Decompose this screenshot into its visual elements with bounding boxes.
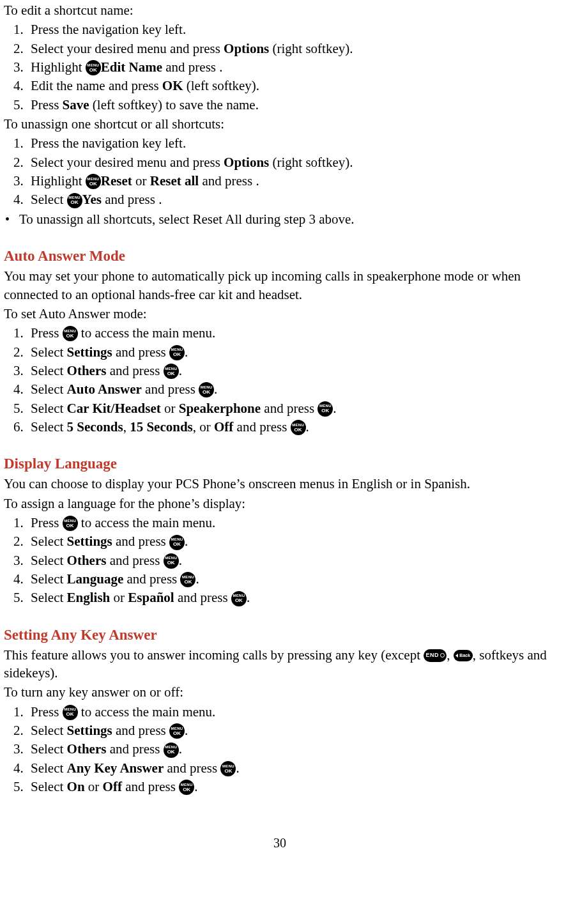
- menu-ok-key-icon: MENUOK: [317, 401, 333, 417]
- menu-ok-key-icon: MENUOK: [164, 364, 179, 379]
- menu-ok-key-icon: MENUOK: [164, 553, 179, 569]
- edit-shortcut-intro: To edit a shortcut name:: [4, 1, 556, 19]
- menu-ok-key-icon: MENUOK: [199, 382, 214, 397]
- menu-ok-key-icon: MENUOK: [231, 591, 247, 606]
- anykey-desc-b: ,: [447, 647, 454, 663]
- menu-ok-key-icon: MENUOK: [169, 535, 185, 550]
- unassign-steps: Press the navigation key left.Select you…: [4, 134, 556, 208]
- menu-ok-key-icon: MENUOK: [63, 326, 78, 341]
- step-item: Press the navigation key left.: [27, 134, 556, 152]
- step-item: Press the navigation key left.: [27, 20, 556, 38]
- step-item: Select Settings and press MENUOK.: [27, 532, 556, 550]
- step-item: Press MENUOK to access the main menu.: [27, 324, 556, 342]
- step-item: Select English or Español and press MENU…: [27, 589, 556, 606]
- step-item: Select Auto Answer and press MENUOK.: [27, 380, 556, 398]
- menu-ok-key-icon: MENUOK: [179, 780, 194, 795]
- menu-ok-key-icon: MENUOK: [63, 516, 78, 531]
- display-lang-desc: You can choose to display your PCS Phone…: [4, 475, 556, 493]
- step-item: Highlight MENUOKReset or Reset all and p…: [27, 172, 556, 190]
- menu-ok-key-icon: MENUOK: [180, 572, 195, 587]
- menu-ok-key-icon: MENUOK: [67, 193, 82, 208]
- menu-ok-key-icon: MENUOK: [86, 60, 101, 75]
- step-item: Select Others and press MENUOK.: [27, 740, 556, 758]
- menu-ok-key-icon: MENUOK: [169, 345, 185, 360]
- step-item: Select Language and press MENUOK.: [27, 570, 556, 588]
- step-item: Select Settings and press MENUOK.: [27, 343, 556, 361]
- menu-ok-key-icon: MENUOK: [220, 761, 236, 776]
- step-item: Select Any Key Answer and press MENUOK.: [27, 759, 556, 777]
- unassign-note: To unassign all shortcuts, select Reset …: [17, 210, 556, 228]
- anykey-desc-a: This feature allows you to answer incomi…: [4, 647, 424, 663]
- menu-ok-key-icon: MENUOK: [291, 420, 306, 435]
- step-item: Press MENUOK to access the main menu.: [27, 514, 556, 532]
- auto-answer-desc: You may set your phone to automatically …: [4, 267, 556, 304]
- anykey-steps: Press MENUOK to access the main menu.Sel…: [4, 703, 556, 796]
- step-item: Edit the name and press OK (left softkey…: [27, 77, 556, 95]
- unassign-note-list: To unassign all shortcuts, select Reset …: [4, 210, 556, 228]
- step-item: Select your desired menu and press Optio…: [27, 40, 556, 58]
- menu-ok-key-icon: MENUOK: [63, 705, 78, 720]
- step-item: Select Car Kit/Headset or Speakerphone a…: [27, 399, 556, 417]
- step-item: Highlight MENUOKEdit Name and press .: [27, 58, 556, 76]
- step-item: Select On or Off and press MENUOK.: [27, 778, 556, 796]
- step-item: Select Others and press MENUOK.: [27, 551, 556, 569]
- unassign-intro: To unassign one shortcut or all shortcut…: [4, 115, 556, 133]
- anykey-title: Setting Any Key Answer: [4, 625, 556, 645]
- step-item: Select Others and press MENUOK.: [27, 362, 556, 380]
- auto-answer-steps: Press MENUOK to access the main menu.Sel…: [4, 324, 556, 436]
- step-item: Select Settings and press MENUOK.: [27, 721, 556, 739]
- back-key-icon: Back: [454, 650, 473, 661]
- step-item: Select MENUOKYes and press .: [27, 190, 556, 208]
- display-lang-steps: Press MENUOK to access the main menu.Sel…: [4, 514, 556, 607]
- auto-answer-title: Auto Answer Mode: [4, 246, 556, 266]
- step-item: Press MENUOK to access the main menu.: [27, 703, 556, 721]
- auto-answer-intro: To set Auto Answer mode:: [4, 305, 556, 323]
- step-item: Select your desired menu and press Optio…: [27, 153, 556, 171]
- end-key-icon: END: [424, 649, 447, 662]
- menu-ok-key-icon: MENUOK: [86, 174, 101, 189]
- anykey-desc: This feature allows you to answer incomi…: [4, 646, 556, 682]
- display-lang-title: Display Language: [4, 454, 556, 474]
- anykey-intro: To turn any key answer on or off:: [4, 683, 556, 701]
- display-lang-intro: To assign a language for the phone’s dis…: [4, 495, 556, 512]
- menu-ok-key-icon: MENUOK: [164, 743, 179, 758]
- page-number: 30: [4, 835, 556, 852]
- menu-ok-key-icon: MENUOK: [169, 723, 185, 739]
- step-item: Press Save (left softkey) to save the na…: [27, 96, 556, 114]
- step-item: Select 5 Seconds, 15 Seconds, or Off and…: [27, 418, 556, 436]
- edit-shortcut-steps: Press the navigation key left.Select you…: [4, 20, 556, 114]
